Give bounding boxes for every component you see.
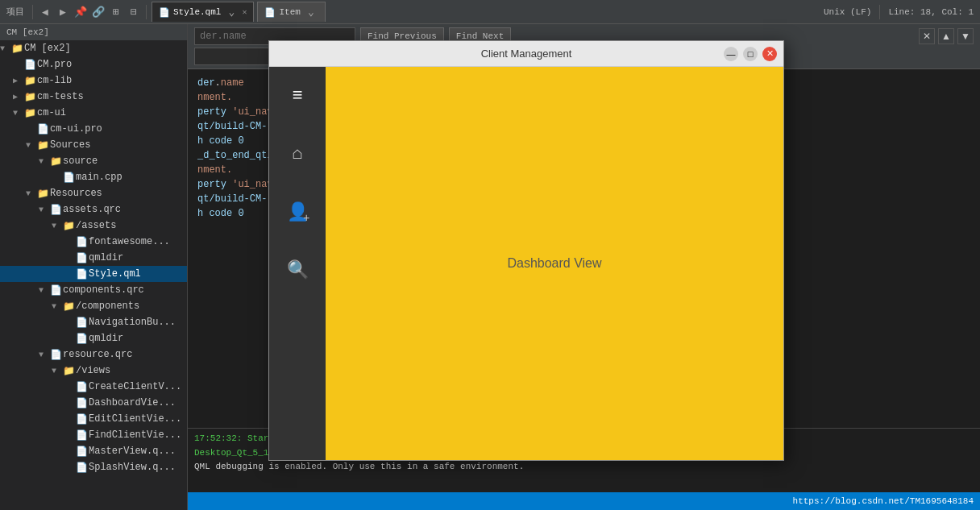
app-nav-menu[interactable]: ≡ bbox=[275, 73, 320, 118]
tree-item-resource-qrc[interactable]: ▼📄resource.qrc bbox=[0, 346, 187, 363]
tree-file-icon: 📄 bbox=[76, 317, 89, 329]
tab-item-icon: 📄 bbox=[264, 7, 276, 18]
tree-item-label: CM.pro bbox=[37, 59, 187, 70]
tree-arrow: ▶ bbox=[13, 92, 24, 102]
tree-file-icon: 📄 bbox=[50, 284, 63, 296]
tree-item-label: fontawesome... bbox=[89, 236, 187, 247]
nav-forward-icon[interactable]: ▶ bbox=[56, 5, 70, 19]
tree-item-assets-qrc[interactable]: ▼📄assets.qrc bbox=[0, 201, 187, 218]
tree-item-splash-view[interactable]: 📄SplashView.q... bbox=[0, 459, 187, 475]
sidebar-header: CM [ex2] bbox=[0, 24, 187, 40]
tree-area: ▼📁CM [ex2] 📄CM.pro▶📁cm-lib▶📁cm-tests▼📁cm… bbox=[0, 40, 187, 510]
tree-file-icon: 📄 bbox=[76, 333, 89, 345]
top-toolbar: 项目 ◀ ▶ 📌 🔗 ⊞ ⊟ 📄 Style.qml ⌄ ✕ 📄 Item ⌄ … bbox=[0, 0, 980, 24]
tree-item-sources[interactable]: ▼📁Sources bbox=[0, 137, 187, 153]
tree-item-label: /views bbox=[76, 365, 187, 376]
tree-arrow: ▼ bbox=[52, 222, 63, 230]
tree-item-label: resource.qrc bbox=[63, 349, 187, 360]
app-content: Dashboard View bbox=[326, 67, 783, 460]
toolbar-sep-3 bbox=[879, 5, 880, 19]
tree-item-fontawesome[interactable]: 📄fontawesome... bbox=[0, 234, 187, 250]
tree-item-cm-pro[interactable]: 📄CM.pro bbox=[0, 56, 187, 73]
close-button[interactable]: ✕ bbox=[762, 47, 777, 61]
tree-item-label: Style.qml bbox=[89, 268, 187, 280]
tree-file-icon: 📁 bbox=[63, 220, 76, 232]
minimize-button[interactable]: — bbox=[724, 47, 738, 61]
tree-item-label: Sources bbox=[50, 139, 187, 151]
tree-file-icon: 📄 bbox=[50, 349, 63, 361]
tab-item-dropdown-icon[interactable]: ⌄ bbox=[304, 5, 318, 19]
tree-file-icon: 📄 bbox=[37, 123, 50, 135]
tree-file-icon: 📄 bbox=[76, 413, 89, 425]
encoding-label[interactable]: Unix (LF) bbox=[820, 6, 874, 19]
tab-item-label: Item bbox=[279, 7, 300, 17]
app-nav-add-user[interactable]: 👤+ bbox=[275, 189, 320, 234]
hamburger-icon: ≡ bbox=[292, 86, 302, 106]
tab-style-qml-label: Style.qml bbox=[173, 7, 221, 17]
tree-item-label: FindClientVie... bbox=[89, 429, 187, 441]
tree-item-cm-ex2[interactable]: ▼📁CM [ex2] bbox=[0, 40, 187, 56]
tree-item-label: /assets bbox=[76, 220, 187, 231]
app-content-label: Dashboard View bbox=[507, 256, 601, 271]
tree-arrow: ▼ bbox=[52, 302, 63, 311]
position-label[interactable]: Line: 18, Col: 1 bbox=[885, 6, 977, 19]
tree-file-icon: 📄 bbox=[63, 172, 76, 184]
tree-item-create-client[interactable]: 📄CreateClientV... bbox=[0, 379, 187, 395]
expand-up-button[interactable]: ▲ bbox=[938, 28, 954, 44]
maximize-button[interactable]: □ bbox=[743, 47, 758, 61]
tab-item[interactable]: 📄 Item ⌄ bbox=[257, 2, 325, 22]
tree-item-label: assets.qrc bbox=[63, 204, 187, 215]
tree-item-style-qml[interactable]: 📄Style.qml bbox=[0, 266, 187, 282]
close-find-button[interactable]: ✕ bbox=[919, 28, 935, 44]
tree-item-find-client[interactable]: 📄FindClientVie... bbox=[0, 427, 187, 443]
tree-arrow: ▼ bbox=[0, 44, 11, 53]
tree-item-label: Resources bbox=[50, 188, 187, 199]
tree-item-views[interactable]: ▼📁/views bbox=[0, 363, 187, 379]
app-nav-search[interactable]: 🔍 bbox=[275, 247, 320, 292]
grid-icon[interactable]: ⊟ bbox=[127, 5, 141, 19]
sidebar: CM [ex2] ▼📁CM [ex2] 📄CM.pro▶📁cm-lib▶📁cm-… bbox=[0, 24, 188, 510]
tree-item-label: cm-ui bbox=[37, 107, 187, 118]
tree-file-icon: 📄 bbox=[76, 381, 89, 393]
tree-item-master-view[interactable]: 📄MasterView.q... bbox=[0, 443, 187, 459]
tree-item-cm-lib[interactable]: ▶📁cm-lib bbox=[0, 73, 187, 89]
tree-file-icon: 📄 bbox=[76, 429, 89, 442]
app-body: ≡ ⌂ 👤+ 🔍 Dashboard View bbox=[269, 67, 783, 460]
tree-item-navigation-bu[interactable]: 📄NavigationBu... bbox=[0, 314, 187, 330]
split-icon[interactable]: ⊞ bbox=[109, 5, 123, 19]
tree-item-dashboard-view[interactable]: 📄DashboardVie... bbox=[0, 395, 187, 411]
tree-item-qmldir2[interactable]: 📄qmldir bbox=[0, 330, 187, 346]
link-icon[interactable]: 🔗 bbox=[91, 5, 106, 19]
tree-arrow: ▼ bbox=[39, 350, 50, 359]
tab-qml-icon: 📄 bbox=[159, 7, 170, 18]
tree-item-main-cpp[interactable]: 📄main.cpp bbox=[0, 169, 187, 185]
tree-item-components[interactable]: ▼📁/components bbox=[0, 298, 187, 314]
tab-dropdown-icon[interactable]: ⌄ bbox=[224, 5, 239, 19]
tree-item-label: source bbox=[63, 155, 187, 167]
tree-file-icon: 📄 bbox=[76, 252, 89, 264]
app-titlebar: Client Management — □ ✕ bbox=[269, 41, 783, 67]
tree-item-edit-client[interactable]: 📄EditClientVie... bbox=[0, 411, 187, 427]
tree-arrow: ▼ bbox=[39, 205, 50, 214]
tree-item-assets[interactable]: ▼📁/assets bbox=[0, 218, 187, 234]
main-layout: CM [ex2] ▼📁CM [ex2] 📄CM.pro▶📁cm-lib▶📁cm-… bbox=[0, 24, 980, 510]
tree-file-icon: 📁 bbox=[11, 43, 24, 55]
app-nav-home[interactable]: ⌂ bbox=[275, 131, 320, 176]
nav-back-icon[interactable]: ◀ bbox=[38, 5, 52, 19]
tree-file-icon: 📁 bbox=[50, 155, 63, 168]
tree-item-source[interactable]: ▼📁source bbox=[0, 153, 187, 169]
pin-icon[interactable]: 📌 bbox=[73, 5, 88, 19]
tree-item-qmldir[interactable]: 📄qmldir bbox=[0, 250, 187, 266]
app-controls: — □ ✕ bbox=[724, 47, 777, 61]
tree-item-cm-tests[interactable]: ▶📁cm-tests bbox=[0, 89, 187, 105]
tree-item-resources[interactable]: ▼📁Resources bbox=[0, 185, 187, 201]
tree-item-label: NavigationBu... bbox=[89, 317, 187, 328]
tree-item-components-qrc[interactable]: ▼📄components.qrc bbox=[0, 282, 187, 298]
tab-style-qml-close[interactable]: ✕ bbox=[242, 7, 247, 17]
tree-item-cm-ui[interactable]: ▼📁cm-ui bbox=[0, 105, 187, 121]
expand-down-button[interactable]: ▼ bbox=[957, 28, 974, 44]
tree-item-label: CreateClientV... bbox=[89, 381, 187, 392]
tab-style-qml[interactable]: 📄 Style.qml ⌄ ✕ bbox=[152, 2, 254, 22]
tree-item-cm-ui-pro[interactable]: 📄cm-ui.pro bbox=[0, 121, 187, 137]
sidebar-title: CM [ex2] bbox=[6, 27, 49, 37]
